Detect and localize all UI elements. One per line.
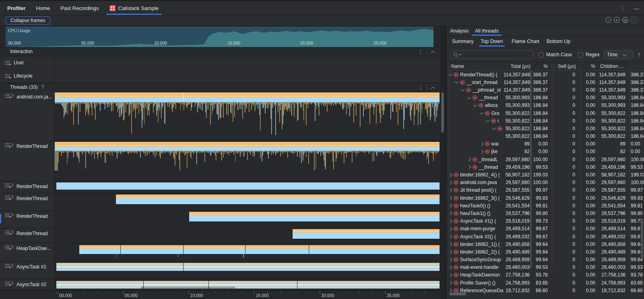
collapse-node-icon[interactable] xyxy=(467,95,471,99)
table-row[interactable]: m__thread55,300,993186.8400.0055,300,993… xyxy=(446,94,644,102)
collapse-node-icon[interactable] xyxy=(461,88,465,92)
thread-row-label[interactable]: RenderThread xyxy=(0,193,54,211)
table-row[interactable]: mbinder:16862_1() (29,490,85899.6400.002… xyxy=(446,240,644,248)
more-options-icon[interactable]: ⋮ xyxy=(620,6,625,11)
tab-home[interactable]: Home xyxy=(36,1,50,15)
threads-scrollbar-track[interactable] xyxy=(440,26,446,299)
thread-timeline[interactable] xyxy=(55,181,440,193)
analysis-tab-analysis[interactable]: Analysis xyxy=(450,26,469,36)
threads-collapse-icon[interactable] xyxy=(431,86,435,90)
table-row[interactable]: mJit thread pool() (29,587,55599.9700.00… xyxy=(446,186,644,194)
thread-row[interactable]: android.com.ja... xyxy=(0,92,440,141)
table-row[interactable]: mHeapTaskDaemon27,758,13693.7800.0027,75… xyxy=(446,271,644,279)
thread-row-label[interactable]: RenderThread xyxy=(0,141,54,181)
table-row[interactable]: m__pthread_st114,357,849386.3700.00114,3… xyxy=(446,86,644,94)
table-row[interactable]: mwai890.0000.00890.00 xyxy=(446,140,644,148)
track-config-icon[interactable] xyxy=(5,282,10,285)
table-row[interactable]: m(55,300,822186.8400.0055,300,822186.84 xyxy=(446,125,644,132)
track-config-icon[interactable] xyxy=(5,196,10,199)
table-row[interactable]: mbinder:16862_4() (58,907,182199.0300.00… xyxy=(446,171,644,178)
subtab-bottom-up[interactable]: Bottom Up xyxy=(547,36,570,47)
thread-row-label[interactable]: AsyncTask #2 xyxy=(0,279,54,290)
threads-menu-icon[interactable]: ⋮ xyxy=(418,85,423,90)
table-row[interactable]: m_threadL29,597,660100.0000.0029,597,660… xyxy=(446,156,644,163)
table-row[interactable]: mAsyncTask #2() (29,499,03299.6700.0029,… xyxy=(446,233,644,240)
expand-node-icon[interactable] xyxy=(479,150,483,154)
table-row[interactable]: mmali-mem-purge29,499,51499.6700.0029,49… xyxy=(446,225,644,233)
collapse-node-icon[interactable] xyxy=(486,118,490,122)
expand-node-icon[interactable] xyxy=(479,142,483,146)
thread-timeline[interactable] xyxy=(55,243,440,261)
thread-row-label[interactable]: RenderThread xyxy=(0,228,54,243)
expand-node-icon[interactable] xyxy=(448,281,452,285)
table-row[interactable]: mhwuiTask1() ()29,537,79699.8000.0029,53… xyxy=(446,209,644,217)
table-help-icon[interactable]: ? xyxy=(638,52,640,58)
table-row[interactable]: mi55,300,822186.8400.0055,300,822186.84 xyxy=(446,117,644,125)
table-hscrollbar-thumb[interactable] xyxy=(449,293,466,295)
zoom-out-icon[interactable]: − xyxy=(605,17,611,23)
match-case-option[interactable]: Match Case xyxy=(539,52,572,57)
table-row[interactable]: mRenderThread() (114,357,849386.3700.001… xyxy=(446,71,644,78)
track-config-icon[interactable] xyxy=(5,246,10,249)
table-row[interactable]: mhwuiTask0() ()29,541,55499.8100.0029,54… xyxy=(446,202,644,209)
table-row[interactable]: mReferenceQueueDaemon19,712,83266.6000.0… xyxy=(446,287,644,294)
table-row[interactable]: mbinder:16862_2() (29,490,48999.6400.002… xyxy=(446,248,644,256)
time-dropdown[interactable]: Time xyxy=(604,50,633,59)
thread-row[interactable]: RenderThread xyxy=(0,141,440,181)
table-row[interactable]: mGra55,300,822186.8400.0055,300,822186.8… xyxy=(446,109,644,117)
thread-row[interactable]: RenderThread xyxy=(0,193,440,211)
thread-row[interactable]: RenderThread xyxy=(0,211,440,228)
column-divider[interactable] xyxy=(630,62,630,268)
thread-row-label[interactable]: AsyncTask #1 xyxy=(0,262,54,279)
search-options-caret-icon[interactable] xyxy=(459,54,461,55)
table-row[interactable]: m__thread29,459,19699.5300.0029,459,1969… xyxy=(446,163,644,171)
minimize-icon[interactable]: — xyxy=(634,5,639,12)
tab-past-recordings[interactable]: Past Recordings xyxy=(60,1,99,15)
table-row[interactable]: mProfile Saver() ()24,756,99383.6500.002… xyxy=(446,279,644,287)
col-header-total[interactable]: Total (μs) xyxy=(504,62,530,70)
table-row[interactable]: m__start_thread114,357,849386.3700.00114… xyxy=(446,78,644,86)
column-divider[interactable] xyxy=(581,62,581,268)
expand-node-icon[interactable] xyxy=(448,273,452,277)
interaction-collapse-icon[interactable] xyxy=(431,51,435,55)
match-case-checkbox[interactable] xyxy=(539,52,544,57)
table-vscrollbar-thumb[interactable] xyxy=(641,219,643,259)
track-config-icon[interactable] xyxy=(5,74,10,78)
table-row[interactable]: mAsyncTask #1() (29,518,01999.7300.0029,… xyxy=(446,217,644,225)
col-header-self[interactable]: Self (μs) xyxy=(552,62,576,70)
col-header-total-pct[interactable]: % xyxy=(530,62,548,70)
app-menu-profiler[interactable]: Profiler xyxy=(7,5,26,11)
track-config-icon[interactable] xyxy=(5,213,10,217)
thread-timeline[interactable] xyxy=(55,92,440,141)
regex-option[interactable]: Regex xyxy=(578,52,600,57)
search-input[interactable] xyxy=(462,51,524,58)
table-row[interactable]: 55,300,822186.8400.0055,300,822186.84 xyxy=(446,133,644,140)
table-row[interactable]: mmali-event-handle29,460,00399.5300.0029… xyxy=(446,264,644,271)
analysis-tab-all-threads[interactable]: All threads xyxy=(475,26,499,36)
thread-row[interactable]: AsyncTask #1 xyxy=(0,262,440,279)
expand-node-icon[interactable] xyxy=(467,158,471,162)
interaction-menu-icon[interactable]: ⋮ xyxy=(418,49,423,55)
thread-row-label[interactable]: RenderThread xyxy=(0,211,54,228)
search-field[interactable] xyxy=(450,50,533,59)
subtab-top-down[interactable]: Top Down xyxy=(481,36,503,47)
track-config-icon[interactable] xyxy=(5,184,10,187)
threads-section-header[interactable]: Threads (33)? ⋮ xyxy=(0,83,440,92)
tab-callstack-sample[interactable]: Callstack Sample xyxy=(109,1,159,15)
table-row[interactable]: m[ke820.0000.00820.00 xyxy=(446,148,644,156)
subtab-summary[interactable]: Summary xyxy=(452,36,473,47)
table-row[interactable]: mbinder:16862_3() (29,546,82999.8300.002… xyxy=(446,194,644,202)
collapse-node-icon[interactable] xyxy=(492,126,496,130)
thread-timeline[interactable] xyxy=(55,279,440,290)
collapse-node-icon[interactable] xyxy=(454,80,458,84)
track-config-icon[interactable] xyxy=(5,231,10,234)
thread-row[interactable]: HeapTaskDae... xyxy=(0,243,440,262)
interaction-row-user[interactable]: User xyxy=(0,56,440,70)
thread-timeline[interactable] xyxy=(55,262,440,279)
column-divider[interactable] xyxy=(552,62,552,268)
col-header-children[interactable]: Children ... xyxy=(600,62,623,70)
column-divider-highlight[interactable] xyxy=(530,71,531,268)
table-row[interactable]: mandroid.com.java29,597,660100.0000.0029… xyxy=(446,179,644,186)
threads-scrollbar-thumb[interactable] xyxy=(441,92,444,133)
track-config-icon[interactable] xyxy=(5,61,10,65)
